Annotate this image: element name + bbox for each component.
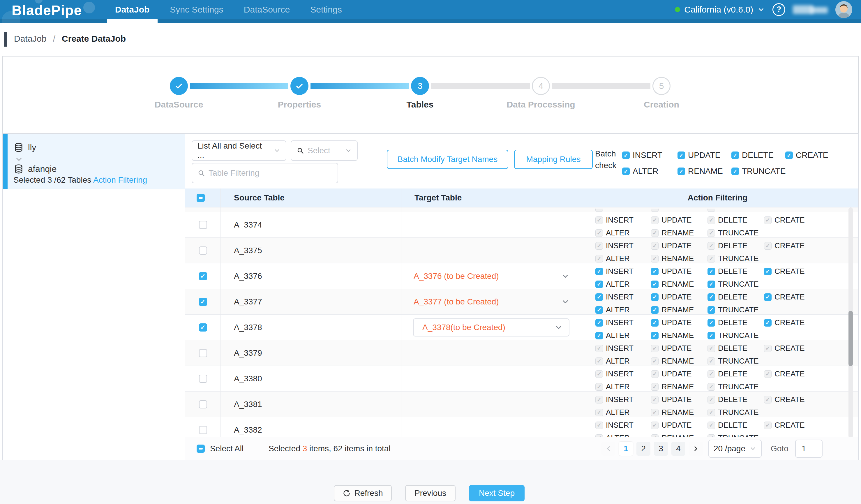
action-checkbox-checked[interactable]: ✓ (708, 306, 715, 314)
nav-tab-settings[interactable]: Settings (302, 0, 350, 19)
row-checkbox-checked[interactable]: ✓ (199, 272, 207, 280)
step-circle-data-processing[interactable]: 4 (532, 77, 550, 95)
action-checkbox-checked[interactable]: ✓ (708, 268, 715, 275)
action-filter-alter: ✓ALTER (596, 229, 651, 237)
goto-page-input[interactable] (795, 440, 822, 458)
pagination-next-button[interactable] (689, 442, 703, 455)
action-filter-delete: ✓DELETE (708, 395, 764, 404)
pagination-page-3[interactable]: 3 (654, 442, 668, 455)
source-table-name: A_3382 (234, 425, 262, 435)
action-filter-rename: ✓RENAME (651, 408, 708, 417)
row-checkbox[interactable] (199, 349, 207, 357)
checkbox-checked[interactable]: ✓ (678, 167, 685, 175)
action-checkbox-disabled: ✓ (764, 422, 771, 429)
mapping-rules-button[interactable]: Mapping Rules (514, 150, 593, 169)
target-table-value[interactable]: A_3376 (to be Created) (414, 272, 570, 281)
action-checkbox-checked[interactable]: ✓ (651, 281, 659, 288)
action-filter-update: ✓UPDATE (651, 242, 708, 250)
checkbox-checked[interactable]: ✓ (622, 167, 630, 175)
refresh-button[interactable]: Refresh (334, 485, 392, 501)
select-page-checkbox-indeterminate[interactable] (196, 194, 205, 202)
datasource-pair-item[interactable]: lly afanqie Selected 3 /62 Tables Action… (3, 134, 184, 189)
target-table-value[interactable]: A_3377 (to be Created) (414, 297, 570, 307)
action-checkbox-checked[interactable]: ✓ (596, 319, 603, 327)
schema-select[interactable]: Select (291, 140, 358, 161)
pagination-prev-button[interactable] (601, 442, 615, 455)
chevron-right-icon (692, 445, 700, 452)
action-checkbox-checked[interactable]: ✓ (651, 319, 659, 327)
selected-count: 3 (303, 444, 307, 453)
nav-tab-datasource[interactable]: DataSource (236, 0, 298, 19)
batch-modify-target-names-button[interactable]: Batch Modify Target Names (387, 150, 508, 169)
action-checkbox-checked[interactable]: ✓ (708, 294, 715, 301)
action-checkbox-checked[interactable]: ✓ (708, 281, 715, 288)
column-header-target-table: Target Table (401, 189, 581, 207)
action-filter-delete: ✓DELETE (708, 216, 764, 224)
checkbox-checked[interactable]: ✓ (732, 167, 739, 175)
select-all-label[interactable]: Select All (210, 444, 244, 453)
action-checkbox-label: UPDATE (661, 395, 692, 404)
action-checkbox-checked[interactable]: ✓ (651, 332, 659, 339)
action-checkbox-disabled: ✓ (651, 229, 659, 237)
checkbox-checked[interactable]: ✓ (622, 151, 630, 159)
step-connector (190, 83, 288, 89)
action-checkbox-checked[interactable]: ✓ (764, 319, 771, 327)
action-checkbox-checked[interactable]: ✓ (708, 332, 715, 339)
action-filter-update: ✓UPDATE (651, 370, 708, 379)
select-all-checkbox-indeterminate[interactable] (196, 445, 205, 453)
pagination-page-2[interactable]: 2 (637, 442, 651, 455)
list-mode-select[interactable]: List All and Select ... (192, 140, 286, 161)
nav-tab-sync-settings[interactable]: Sync Settings (162, 0, 231, 19)
action-checkbox-disabled: ✓ (596, 229, 603, 237)
action-checkbox-checked[interactable]: ✓ (708, 319, 715, 327)
checkbox-checked[interactable]: ✓ (732, 151, 739, 159)
brand-logo[interactable]: BladePipe (12, 2, 82, 18)
row-checkbox[interactable] (199, 246, 207, 255)
checkbox-checked[interactable]: ✓ (785, 151, 793, 159)
action-checkbox-label: INSERT (606, 241, 633, 250)
previous-button[interactable]: Previous (405, 485, 455, 501)
goto-label: Goto (771, 437, 789, 460)
row-checkbox[interactable] (199, 221, 207, 229)
action-checkbox-checked[interactable]: ✓ (764, 294, 771, 301)
action-checkbox-checked[interactable]: ✓ (651, 306, 659, 314)
action-filter-insert: ✓INSERT (596, 267, 651, 276)
checkbox-checked[interactable]: ✓ (678, 151, 685, 159)
step-circle-datasource[interactable] (170, 77, 188, 95)
row-checkbox[interactable] (199, 400, 207, 408)
action-checkbox-label: ALTER (606, 408, 630, 417)
vertical-scrollbar-track[interactable] (848, 207, 853, 438)
action-checkbox-checked[interactable]: ✓ (764, 268, 771, 275)
page-size-select[interactable]: 20 /page (708, 440, 762, 458)
environment-selector[interactable]: California (v0.6.0) (675, 5, 765, 15)
step-circle-tables[interactable]: 3 (411, 77, 429, 95)
action-checkbox-label: DELETE (718, 318, 748, 327)
status-dot (675, 7, 680, 12)
row-checkbox[interactable] (199, 426, 207, 434)
breadcrumb-parent[interactable]: DataJob (14, 34, 46, 44)
step-circle-creation[interactable]: 5 (653, 77, 670, 95)
row-checkbox-checked[interactable]: ✓ (199, 323, 207, 331)
row-checkbox[interactable] (199, 374, 207, 383)
action-checkbox-checked[interactable]: ✓ (651, 268, 659, 275)
action-checkbox-checked[interactable]: ✓ (596, 294, 603, 301)
help-icon[interactable]: ? (773, 3, 785, 16)
nav-tab-datajob[interactable]: DataJob (107, 0, 158, 19)
action-checkbox-checked[interactable]: ✓ (596, 306, 603, 314)
step-circle-properties[interactable] (290, 77, 309, 95)
batch-action-create: ✓CREATE (785, 151, 835, 160)
action-checkbox-checked[interactable]: ✓ (651, 294, 659, 301)
action-checkbox-checked[interactable]: ✓ (596, 268, 603, 275)
row-checkbox-checked[interactable]: ✓ (199, 298, 207, 306)
user-avatar[interactable] (835, 1, 852, 18)
action-filtering-link[interactable]: Action Filtering (93, 175, 147, 185)
table-filter-input[interactable] (208, 168, 332, 178)
target-table-select[interactable]: A_3378(to be Created) (413, 318, 570, 337)
action-checkbox-checked[interactable]: ✓ (596, 332, 603, 339)
vertical-scrollbar-thumb[interactable] (848, 311, 853, 366)
action-checkbox-checked[interactable]: ✓ (596, 281, 603, 288)
next-step-button[interactable]: Next Step (469, 485, 524, 501)
pagination-page-1[interactable]: 1 (619, 442, 633, 455)
pagination-page-4[interactable]: 4 (671, 442, 685, 455)
checkbox-label: CREATE (796, 151, 829, 160)
